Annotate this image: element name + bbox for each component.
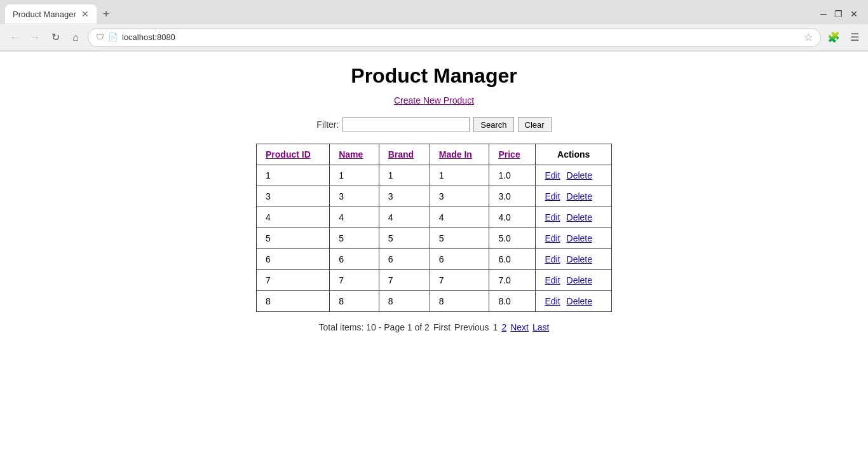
reload-button[interactable]: ↻ [47,29,64,46]
shield-icon: 🛡 [96,32,104,42]
edit-button-6[interactable]: Edit [545,296,560,306]
table-body: 11111.0EditDelete33333.0EditDelete44444.… [257,165,612,312]
delete-button-0[interactable]: Delete [567,170,592,180]
cell-actions-0: EditDelete [536,165,612,186]
delete-button-6[interactable]: Delete [567,296,592,306]
pagination-last[interactable]: Last [532,322,549,332]
cell-made_in-5: 7 [430,270,489,291]
cell-product_id-2: 4 [257,207,330,228]
cell-name-3: 5 [330,228,379,249]
menu-icon[interactable]: ☰ [848,29,862,46]
table-row: 55555.0EditDelete [257,228,612,249]
tab-title: Product Manager [13,10,76,19]
tab-bar: Product Manager ✕ + ─ ❐ ✕ [0,0,868,24]
cell-product_id-4: 6 [257,249,330,270]
bookmark-icon[interactable]: ☆ [804,31,813,43]
table-header: Product ID Name Brand Made In Price Acti… [257,144,612,165]
product-table: Product ID Name Brand Made In Price Acti… [256,144,612,312]
pagination-page2[interactable]: 2 [501,322,506,332]
cell-price-3: 5.0 [489,228,536,249]
clear-button[interactable]: Clear [518,117,552,132]
page-title: Product Manager [351,64,517,88]
minimize-button[interactable]: ─ [820,9,827,19]
col-name: Name [330,144,379,165]
pagination-summary: Total items: 10 - Page 1 of 2 [319,322,430,332]
col-brand: Brand [379,144,430,165]
cell-price-2: 4.0 [489,207,536,228]
sort-product-id[interactable]: Product ID [266,149,311,160]
cell-product_id-5: 7 [257,270,330,291]
maximize-button[interactable]: ❐ [834,9,843,19]
new-tab-button[interactable]: + [99,6,114,22]
header-row: Product ID Name Brand Made In Price Acti… [257,144,612,165]
cell-name-5: 7 [330,270,379,291]
cell-price-6: 8.0 [489,291,536,312]
table-row: 44444.0EditDelete [257,207,612,228]
edit-button-2[interactable]: Edit [545,212,560,222]
tab-close-button[interactable]: ✕ [81,10,89,18]
sort-name[interactable]: Name [339,149,363,160]
address-bar[interactable]: 🛡 📄 ☆ [88,28,821,47]
browser-toolbar: ← → ↻ ⌂ 🛡 📄 ☆ 🧩 ☰ [0,24,868,51]
delete-button-5[interactable]: Delete [567,275,592,285]
url-input[interactable] [122,32,800,42]
col-price: Price [489,144,536,165]
edit-button-1[interactable]: Edit [545,191,560,201]
edit-button-5[interactable]: Edit [545,275,560,285]
create-new-product-link[interactable]: Create New Product [394,95,474,105]
cell-price-4: 6.0 [489,249,536,270]
cell-made_in-4: 6 [430,249,489,270]
doc-icon: 📄 [108,32,118,42]
cell-product_id-0: 1 [257,165,330,186]
cell-brand-5: 7 [379,270,430,291]
cell-made_in-2: 4 [430,207,489,228]
window-close-button[interactable]: ✕ [850,9,858,19]
cell-name-0: 1 [330,165,379,186]
table-row: 33333.0EditDelete [257,186,612,207]
cell-brand-3: 5 [379,228,430,249]
toolbar-right: 🧩 ☰ [825,29,862,46]
cell-actions-6: EditDelete [536,291,612,312]
search-button[interactable]: Search [473,117,513,132]
forward-button[interactable]: → [27,29,43,46]
cell-name-2: 4 [330,207,379,228]
extensions-icon[interactable]: 🧩 [825,29,843,46]
delete-button-2[interactable]: Delete [567,212,592,222]
table-row: 77777.0EditDelete [257,270,612,291]
home-button[interactable]: ⌂ [67,29,84,46]
sort-price[interactable]: Price [498,149,520,160]
pagination-next[interactable]: Next [510,322,529,332]
edit-button-4[interactable]: Edit [545,254,560,264]
cell-brand-4: 6 [379,249,430,270]
cell-actions-1: EditDelete [536,186,612,207]
page-content: Product Manager Create New Product Filte… [0,51,868,469]
filter-input[interactable] [342,117,470,132]
edit-button-3[interactable]: Edit [545,233,560,243]
cell-brand-0: 1 [379,165,430,186]
cell-brand-2: 4 [379,207,430,228]
sort-made-in[interactable]: Made In [439,149,472,160]
browser-chrome: Product Manager ✕ + ─ ❐ ✕ ← → ↻ ⌂ 🛡 📄 ☆ … [0,0,868,51]
cell-actions-5: EditDelete [536,270,612,291]
delete-button-1[interactable]: Delete [567,191,592,201]
cell-actions-4: EditDelete [536,249,612,270]
cell-brand-6: 8 [379,291,430,312]
cell-product_id-1: 3 [257,186,330,207]
cell-made_in-6: 8 [430,291,489,312]
delete-button-3[interactable]: Delete [567,233,592,243]
table-row: 66666.0EditDelete [257,249,612,270]
cell-price-1: 3.0 [489,186,536,207]
cell-made_in-0: 1 [430,165,489,186]
delete-button-4[interactable]: Delete [567,254,592,264]
window-controls: ─ ❐ ✕ [820,9,863,19]
pagination: Total items: 10 - Page 1 of 2 First Prev… [319,322,550,332]
col-made-in: Made In [430,144,489,165]
back-button[interactable]: ← [6,29,23,46]
pagination-previous: Previous [454,322,489,332]
edit-button-0[interactable]: Edit [545,170,560,180]
cell-price-5: 7.0 [489,270,536,291]
sort-brand[interactable]: Brand [388,149,414,160]
cell-name-4: 6 [330,249,379,270]
cell-name-6: 8 [330,291,379,312]
table-row: 11111.0EditDelete [257,165,612,186]
